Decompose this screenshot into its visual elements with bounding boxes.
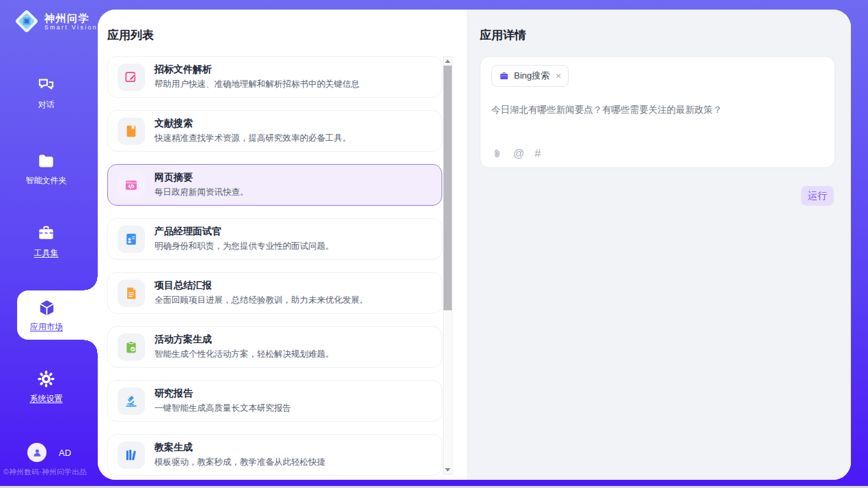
app-card[interactable]: 招标文件解析 帮助用户快速、准确地理解和解析招标书中的关键信息 — [107, 56, 442, 98]
app-icon — [118, 334, 145, 361]
app-card[interactable]: 文献搜索 快速精准查找学术资源，提高研究效率的必备工具。 — [107, 110, 442, 152]
app-card-description: 每日政府新闻资讯快查。 — [154, 187, 249, 198]
brand-logo: 神州问学 Smart Vision — [14, 8, 98, 34]
active-tab-fillet-top — [84, 277, 98, 290]
triangle-down-icon — [445, 468, 450, 472]
book-icon — [124, 124, 139, 139]
app-list-pane: 应用列表 招标文件解析 帮助用户快速、准确地理解和解析招标书中的关键信息 文献搜… — [98, 10, 467, 480]
attach-file-button[interactable] — [491, 148, 503, 159]
clipboard-check-icon — [124, 340, 139, 355]
app-card-description: 明确身份和职责，为您提供专业性的面试问题。 — [154, 241, 334, 252]
sidebar-item-0[interactable]: 对话 — [0, 76, 92, 111]
folder-icon — [37, 152, 55, 170]
app-card-title: 活动方案生成 — [154, 334, 334, 345]
user-avatar[interactable] — [27, 443, 46, 462]
interview-doc-icon — [124, 232, 139, 247]
app-card[interactable]: 研究报告 一键智能生成高质量长文本研究报告 — [107, 380, 442, 422]
sidebar-item-label: 工具集 — [34, 247, 59, 259]
app-list-title: 应用列表 — [107, 27, 154, 43]
brand-subtitle: Smart Vision — [44, 24, 98, 31]
app-icon — [118, 280, 145, 307]
app-card-title: 研究报告 — [154, 388, 291, 399]
scrollbar-thumb[interactable] — [444, 66, 452, 310]
main-container: 应用列表 招标文件解析 帮助用户快速、准确地理解和解析招标书中的关键信息 文献搜… — [98, 10, 851, 480]
app-icon — [118, 172, 145, 199]
app-icon — [118, 388, 145, 415]
app-card-description: 一键智能生成高质量长文本研究报告 — [154, 403, 291, 414]
app-card[interactable]: 项目总结汇报 全面回顾项目进展，总结经验教训，助力未来优化发展。 — [107, 272, 442, 314]
active-tab-fillet-bottom — [84, 340, 98, 353]
app-card-title: 网页摘要 — [154, 172, 249, 183]
brand-diamond-icon — [14, 8, 40, 34]
app-card-description: 快速精准查找学术资源，提高研究效率的必备工具。 — [154, 133, 351, 144]
report-doc-icon — [124, 286, 139, 301]
paperclip-icon — [491, 148, 503, 159]
app-card[interactable]: 产品经理面试官 明确身份和职责，为您提供专业性的面试问题。 — [107, 218, 442, 260]
user-icon — [31, 447, 43, 459]
toolbox-icon — [37, 224, 55, 243]
app-card-title: 项目总结汇报 — [154, 280, 368, 291]
copyright-footer: ©神州数码·神州问学出品 — [3, 467, 87, 477]
sidebar-item-4[interactable]: 系统设置 — [0, 370, 92, 405]
app-card[interactable]: 网页摘要 每日政府新闻资讯快查。 — [107, 164, 442, 206]
microscope-icon — [124, 394, 139, 409]
scroll-down-button[interactable] — [444, 465, 452, 474]
app-card[interactable]: 教案生成 模板驱动，教案秒成，教学准备从此轻松快捷 — [107, 434, 442, 476]
hashtag-button[interactable]: # — [534, 148, 541, 159]
app-icon — [118, 64, 145, 91]
app-card-title: 文献搜索 — [154, 118, 351, 129]
sidebar-item-app-market[interactable]: 应用市场 — [17, 290, 98, 340]
app-detail-pane: 应用详情 Bing搜索 × 今日湖北有哪些新闻要点？有哪些需要关注的最新政策？ … — [467, 10, 851, 480]
app-card[interactable]: 活动方案生成 智能生成个性化活动方案，轻松解决规划难题。 — [107, 326, 442, 368]
sidebar: 神州问学 Smart Vision 对话 智能文件夹 工具集 应用市场 系统设置… — [0, 0, 98, 488]
app-card-title: 产品经理面试官 — [154, 226, 334, 237]
triangle-up-icon — [445, 59, 450, 63]
run-button[interactable]: 运行 — [801, 186, 834, 206]
sidebar-item-label: 智能文件夹 — [26, 175, 67, 187]
user-initials: AD — [59, 448, 71, 458]
sidebar-item-2[interactable]: 工具集 — [0, 224, 92, 259]
app-detail-title: 应用详情 — [480, 27, 526, 43]
scroll-up-button[interactable] — [444, 57, 452, 65]
app-card-title: 招标文件解析 — [154, 64, 360, 75]
app-icon — [118, 442, 145, 469]
app-card-description: 模板驱动，教案秒成，教学准备从此轻松快捷 — [154, 457, 325, 468]
tag-close-icon[interactable]: × — [556, 71, 561, 81]
browser-code-icon — [124, 178, 139, 193]
prompt-input-card[interactable]: Bing搜索 × 今日湖北有哪些新闻要点？有哪些需要关注的最新政策？ @ # — [480, 56, 835, 168]
chat-icon — [37, 76, 55, 94]
scrollbar — [443, 56, 452, 474]
app-card-description: 帮助用户快速、准确地理解和解析招标书中的关键信息 — [154, 79, 360, 90]
sidebar-item-label: 对话 — [38, 99, 55, 111]
query-text: 今日湖北有哪些新闻要点？有哪些需要关注的最新政策？ — [491, 103, 824, 116]
tool-tag-bing[interactable]: Bing搜索 × — [491, 65, 569, 87]
gear-icon — [37, 370, 55, 388]
sidebar-item-label: 应用市场 — [30, 321, 63, 333]
app-icon — [118, 118, 145, 145]
app-icon — [118, 226, 145, 253]
app-card-description: 全面回顾项目进展，总结经验教训，助力未来优化发展。 — [154, 295, 368, 306]
app-card-description: 智能生成个性化活动方案，轻松解决规划难题。 — [154, 349, 334, 360]
briefcase-icon — [499, 71, 509, 81]
sidebar-item-1[interactable]: 智能文件夹 — [0, 152, 92, 187]
app-card-title: 教案生成 — [154, 442, 325, 453]
brand-name: 神州问学 — [44, 12, 98, 24]
mention-button[interactable]: @ — [513, 148, 524, 159]
cube-icon — [37, 298, 57, 318]
books-icon — [124, 448, 139, 463]
tool-tag-label: Bing搜索 — [514, 70, 550, 82]
edit-square-icon — [124, 70, 139, 85]
app-list: 招标文件解析 帮助用户快速、准确地理解和解析招标书中的关键信息 文献搜索 快速精… — [107, 56, 442, 480]
sidebar-item-label: 系统设置 — [30, 393, 63, 405]
